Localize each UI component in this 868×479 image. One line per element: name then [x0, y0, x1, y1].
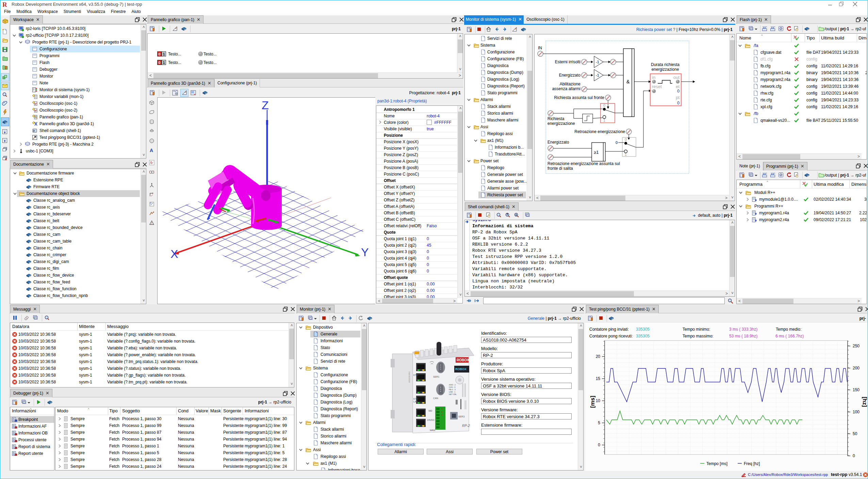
svg-text:NET CBL: NET CBL [449, 393, 457, 395]
svg-text:AS1018.002: AS1018.002 [408, 371, 410, 383]
svg-text:reset: reset [652, 84, 662, 89]
svg-text:SER3: SER3 [458, 415, 464, 418]
svg-text:200: 200 [853, 366, 859, 370]
svg-text:0: 0 [677, 101, 679, 105]
svg-text:LAN: LAN [413, 400, 418, 403]
svg-text:RP-2: RP-2 [462, 424, 470, 428]
svg-text:0: 0 [603, 103, 605, 108]
svg-text:energizzazione: energizzazione [547, 121, 575, 126]
svg-text:FB-0 - 3: FB-0 - 3 [449, 389, 456, 391]
svg-text:A: A [150, 148, 153, 153]
svg-text:0: 0 [616, 141, 618, 145]
svg-text:R: R [2, 1, 7, 8]
svg-text:0: 0 [625, 137, 627, 142]
svg-text:Retroazione energizzazione: Retroazione energizzazione [574, 129, 625, 134]
svg-text:100: 100 [853, 410, 859, 414]
svg-text:Esterni irrisolti: Esterni irrisolti [555, 60, 580, 64]
svg-text:1: 1 [603, 118, 605, 122]
svg-text:USB - 1: USB - 1 [449, 391, 455, 393]
svg-text:pt: pt [676, 95, 679, 100]
svg-text:50: 50 [853, 431, 857, 436]
svg-text:Freq [hz]: Freq [hz] [744, 461, 760, 466]
svg-text:0: 0 [598, 443, 600, 447]
svg-text:CAN - 0: CAN - 0 [449, 386, 456, 388]
svg-text:Retroazione energizzazione ass: Retroazione energizzazione assunta sul [547, 161, 620, 166]
svg-text:out: out [673, 75, 679, 80]
svg-text:&: & [626, 79, 630, 84]
svg-text:Energizzato: Energizzato [559, 73, 581, 78]
svg-text:0: 0 [677, 89, 679, 94]
svg-text:24VDC: 24VDC [427, 419, 435, 421]
svg-text:energizzazione: energizzazione [652, 67, 679, 72]
svg-text:Abilitazione: Abilitazione [560, 82, 581, 86]
svg-text:Energizzato: Energizzato [547, 140, 569, 145]
svg-text:≥1: ≥1 [594, 150, 599, 155]
svg-text:15: 15 [596, 376, 601, 381]
svg-text:5: 5 [598, 420, 600, 425]
svg-text:Richiesta assunta sul fronte: Richiesta assunta sul fronte [554, 95, 605, 100]
svg-text:SER1: SER1 [433, 376, 439, 378]
svg-text:X: X [170, 247, 178, 260]
svg-text:-1: -1 [596, 60, 599, 64]
svg-text:et: et [676, 84, 679, 89]
svg-text:-1: -1 [596, 73, 599, 77]
svg-text:assenza allarmi: assenza allarmi [552, 86, 580, 91]
svg-text:Richiesta: Richiesta [547, 116, 564, 121]
svg-text:ROBOX: ROBOX [457, 358, 469, 362]
svg-text:AIN0 - 2: AIN0 - 2 [449, 384, 456, 386]
svg-text:Tempo [ms]: Tempo [ms] [706, 461, 727, 466]
svg-text:WD: WD [428, 410, 432, 412]
svg-text:150: 150 [853, 387, 859, 392]
svg-text:1: 1 [625, 152, 627, 156]
svg-text:[ms]: [ms] [589, 396, 596, 408]
svg-text:250: 250 [853, 344, 859, 348]
svg-text:0: 0 [853, 453, 855, 458]
svg-text:WAN: WAN [430, 429, 435, 431]
svg-text:10: 10 [596, 398, 601, 403]
svg-text:[hz]: [hz] [862, 397, 867, 407]
svg-text:Y: Y [361, 246, 369, 259]
svg-text:ROBOX: ROBOX [455, 367, 466, 371]
svg-text:Z: Z [262, 99, 269, 112]
svg-text:Durata richiesta: Durata richiesta [651, 62, 679, 67]
svg-text:ETH: ETH [413, 398, 418, 400]
svg-text:in: in [652, 75, 655, 80]
svg-text:20: 20 [596, 354, 601, 359]
svg-text:IN: IN [538, 46, 542, 50]
svg-text:ETH: ETH [413, 374, 418, 376]
svg-text:CAN: CAN [433, 397, 438, 399]
svg-text:fronte di salita: fronte di salita [547, 166, 573, 171]
